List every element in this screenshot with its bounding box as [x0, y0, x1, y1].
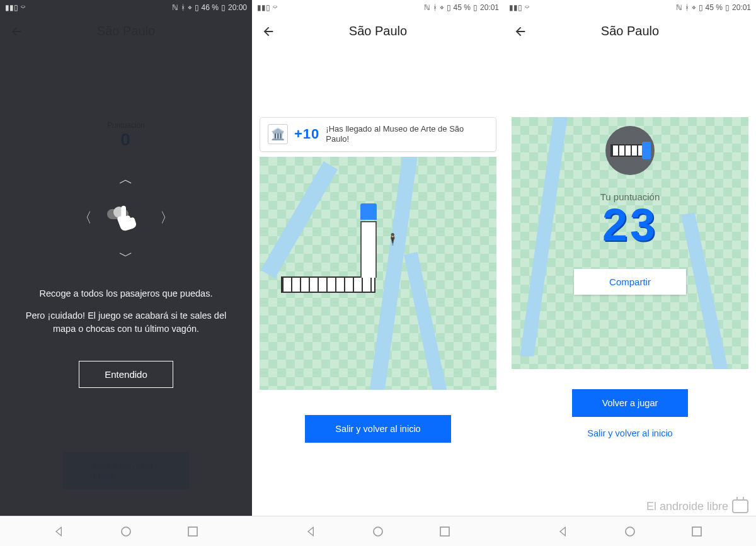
svg-point-0 — [122, 527, 130, 536]
battery-icon: ▯ — [221, 3, 226, 12]
page-title: São Paulo — [601, 24, 659, 38]
snake-train — [281, 276, 375, 293]
bluetooth-icon: ᚼ — [181, 3, 185, 12]
back-arrow-icon — [261, 25, 275, 38]
river-decoration — [681, 212, 734, 369]
result-board: Tu puntuación 23 Compartir — [512, 117, 748, 369]
location-icon: ⌖ — [692, 3, 696, 12]
nav-back-button[interactable] — [304, 524, 319, 539]
signal-icon: ▮▮▯ — [5, 3, 18, 12]
river-decoration — [261, 161, 338, 278]
ok-button[interactable]: Entendido — [79, 361, 173, 388]
nav-recents-button[interactable] — [437, 524, 452, 539]
content: 🏛️ +10 ¡Has llegado al Museo de Arte de … — [252, 48, 504, 546]
exit-button[interactable]: Salir y volver al inicio — [305, 415, 450, 443]
nav-back-button[interactable] — [52, 524, 67, 539]
chevron-right-icon: 〉 — [160, 208, 174, 227]
content: Puntuación 0 Salir y volver al inicio ︿ … — [0, 48, 252, 546]
achievement-toast: 🏛️ +10 ¡Has llegado al Museo de Arte de … — [260, 117, 496, 152]
nfc-icon: ℕ — [424, 3, 430, 12]
app-bar: São Paulo — [252, 15, 504, 48]
watermark-text: El androide libre — [646, 500, 728, 513]
passenger-icon: 🕴️ — [386, 232, 399, 246]
content: Tu puntuación 23 Compartir Volver a juga… — [504, 48, 756, 546]
clock: 20:01 — [480, 3, 499, 12]
svg-rect-5 — [692, 527, 701, 536]
signal-icon: ▮▮▯ — [509, 3, 522, 12]
swipe-hint: ︿ ﹀ 〈 〉 — [82, 174, 170, 262]
nav-home-button[interactable] — [118, 524, 134, 539]
nfc-icon: ℕ — [172, 3, 178, 12]
clock: 20:00 — [228, 3, 247, 12]
chevron-left-icon: 〈 — [78, 208, 92, 227]
svg-point-2 — [374, 527, 382, 536]
location-icon: ⌖ — [188, 3, 192, 12]
train-segment — [360, 221, 377, 278]
nav-back-button[interactable] — [556, 524, 571, 539]
app-bar: São Paulo — [504, 15, 756, 48]
screen-tutorial: ▮▮▯ ⌔ ℕ ᚼ ⌖ ▯ 46 % ▯ 20:00 São Paulo Pun… — [0, 0, 252, 546]
train-body — [281, 276, 375, 293]
nav-recents-button[interactable] — [185, 524, 200, 539]
train-avatar — [605, 126, 655, 175]
status-bar: ▮▮▯ ⌔ ℕ ᚼ ⌖ ▯ 45 % ▯ 20:01 — [504, 0, 756, 15]
landmark-icon: 🏛️ — [268, 124, 288, 144]
wifi-icon: ⌔ — [21, 3, 25, 12]
bluetooth-icon: ᚼ — [433, 3, 437, 12]
vibrate-icon: ▯ — [195, 3, 199, 12]
battery-icon: ▯ — [725, 3, 730, 12]
android-nav-bar — [504, 516, 756, 546]
game-board[interactable]: 🕴️ — [260, 157, 496, 390]
nav-recents-button[interactable] — [689, 524, 704, 539]
battery-text: 45 % — [706, 3, 723, 12]
chevron-up-icon: ︿ — [119, 170, 133, 189]
points-gained: +10 — [294, 126, 319, 142]
svg-rect-1 — [188, 527, 197, 536]
toast-message: ¡Has llegado al Museo de Arte de São Pau… — [326, 124, 488, 145]
watermark: El androide libre — [646, 499, 748, 513]
nav-home-button[interactable] — [622, 524, 638, 539]
share-button[interactable]: Compartir — [574, 269, 686, 295]
river-decoration — [404, 251, 457, 389]
nfc-icon: ℕ — [676, 3, 682, 12]
android-nav-bar — [252, 516, 504, 546]
android-nav-bar — [0, 516, 252, 546]
screen-gameover: ▮▮▯ ⌔ ℕ ᚼ ⌖ ▯ 45 % ▯ 20:01 São Paulo Tu … — [504, 0, 756, 546]
location-icon: ⌖ — [440, 3, 444, 12]
signal-icon: ▮▮▯ — [257, 3, 270, 12]
exit-button[interactable]: Salir y volver al inicio — [587, 428, 672, 438]
back-arrow-icon — [513, 25, 527, 38]
status-bar: ▮▮▯ ⌔ ℕ ᚼ ⌖ ▯ 46 % ▯ 20:00 — [0, 0, 252, 15]
tutorial-line-1: Recoge a todos los pasajeros que puedas. — [25, 287, 227, 300]
play-again-button[interactable]: Volver a jugar — [572, 389, 689, 417]
battery-text: 46 % — [202, 3, 219, 12]
back-button[interactable] — [260, 23, 277, 40]
train-head — [360, 203, 377, 220]
battery-icon: ▯ — [473, 3, 478, 12]
svg-point-4 — [626, 527, 634, 536]
page-title: São Paulo — [349, 24, 407, 38]
nav-home-button[interactable] — [370, 524, 386, 539]
wifi-icon: ⌔ — [525, 3, 529, 12]
android-robot-icon — [732, 499, 748, 513]
hand-icon — [112, 203, 140, 232]
tutorial-text: Recoge a todos los pasajeros que puedas.… — [25, 287, 227, 344]
vibrate-icon: ▯ — [699, 3, 703, 12]
clock: 20:01 — [732, 3, 751, 12]
chevron-down-icon: ﹀ — [119, 247, 133, 266]
wifi-icon: ⌔ — [273, 3, 277, 12]
tutorial-line-2: Pero ¡cuidado! El juego se acabará si te… — [25, 309, 227, 336]
vibrate-icon: ▯ — [447, 3, 451, 12]
screen-playing: ▮▮▯ ⌔ ℕ ᚼ ⌖ ▯ 45 % ▯ 20:01 São Paulo 🏛️ … — [252, 0, 504, 546]
tutorial-overlay: ︿ ﹀ 〈 〉 Recoge a todos los pasajeros que… — [0, 48, 252, 546]
back-button[interactable] — [512, 23, 529, 40]
status-bar: ▮▮▯ ⌔ ℕ ᚼ ⌖ ▯ 45 % ▯ 20:01 — [252, 0, 504, 15]
result-score: 23 — [602, 202, 658, 247]
bluetooth-icon: ᚼ — [685, 3, 689, 12]
mini-train-head — [642, 142, 651, 159]
svg-rect-3 — [440, 527, 449, 536]
battery-text: 45 % — [454, 3, 471, 12]
river-decoration — [520, 117, 567, 356]
